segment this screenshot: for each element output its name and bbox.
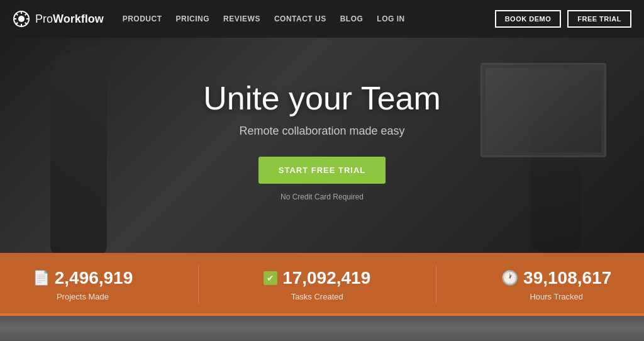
logo-icon: [13, 10, 30, 28]
tasks-count: 17,092,419: [282, 268, 370, 288]
projects-count: 2,496,919: [55, 268, 133, 288]
svg-line-8: [25, 14, 27, 16]
free-trial-button[interactable]: FREE TRIAL: [567, 10, 631, 28]
nav-contact[interactable]: CONTACT US: [274, 14, 326, 23]
bottom-section: [0, 316, 644, 341]
stat-hours-row: 🕐 39,108,617: [501, 268, 611, 288]
hours-label: Hours Tracked: [530, 292, 583, 301]
nav-product[interactable]: PRODUCT: [123, 14, 162, 23]
logo-text: ProWorkflow: [35, 13, 104, 26]
stat-divider-2: [436, 266, 436, 303]
nav-links: PRODUCT PRICING REVIEWS CONTACT US BLOG …: [123, 14, 495, 23]
nav-pricing[interactable]: PRICING: [176, 14, 210, 23]
hours-icon: 🕐: [501, 270, 518, 286]
stat-projects-row: 📄 2,496,919: [33, 268, 133, 288]
tasks-label: Tasks Created: [291, 292, 343, 301]
stat-hours: 🕐 39,108,617 Hours Tracked: [501, 268, 611, 301]
svg-line-6: [16, 14, 18, 16]
hours-count: 39,108,617: [523, 268, 611, 288]
navbar: ProWorkflow PRODUCT PRICING REVIEWS CONT…: [0, 0, 644, 38]
projects-icon: 📄: [33, 270, 50, 286]
start-free-trial-button[interactable]: START FREE TRIAL: [258, 157, 386, 184]
hero-section: Unite your Team Remote collaboration mad…: [0, 0, 644, 261]
stat-projects: 📄 2,496,919 Projects Made: [33, 268, 133, 301]
stats-bar: 📄 2,496,919 Projects Made ✔ 17,092,419 T…: [0, 253, 644, 316]
svg-line-7: [25, 23, 27, 25]
logo-workflow: Workflow: [53, 13, 104, 25]
book-demo-button[interactable]: BOOK DEMO: [495, 10, 562, 28]
stat-divider-1: [198, 266, 199, 303]
no-credit-card-text: No Credit Card Required: [280, 193, 364, 201]
svg-point-1: [18, 16, 25, 22]
nav-blog[interactable]: BLOG: [340, 14, 364, 23]
nav-login[interactable]: LOG IN: [377, 14, 404, 23]
projects-label: Projects Made: [57, 292, 109, 301]
hero-title: Unite your Team: [203, 79, 441, 117]
stat-tasks-row: ✔ 17,092,419: [264, 268, 370, 288]
stat-tasks: ✔ 17,092,419 Tasks Created: [264, 268, 370, 301]
logo[interactable]: ProWorkflow: [13, 10, 104, 28]
svg-line-9: [16, 23, 18, 25]
tasks-icon: ✔: [264, 271, 277, 285]
nav-reviews[interactable]: REVIEWS: [223, 14, 260, 23]
nav-buttons: BOOK DEMO FREE TRIAL: [495, 10, 631, 28]
logo-pro: Pro: [35, 13, 53, 25]
hero-subtitle: Remote collaboration made easy: [239, 125, 404, 138]
hero-content: Unite your Team Remote collaboration mad…: [0, 0, 644, 261]
